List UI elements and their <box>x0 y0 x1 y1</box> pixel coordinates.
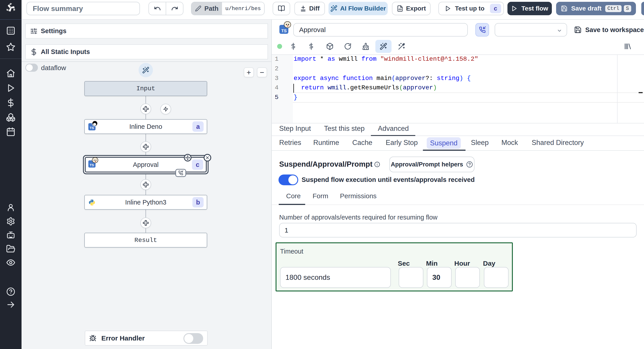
svg-text:TS: TS <box>282 28 287 33</box>
svg-text:TS: TS <box>90 163 94 167</box>
svg-text:TS: TS <box>90 126 94 130</box>
